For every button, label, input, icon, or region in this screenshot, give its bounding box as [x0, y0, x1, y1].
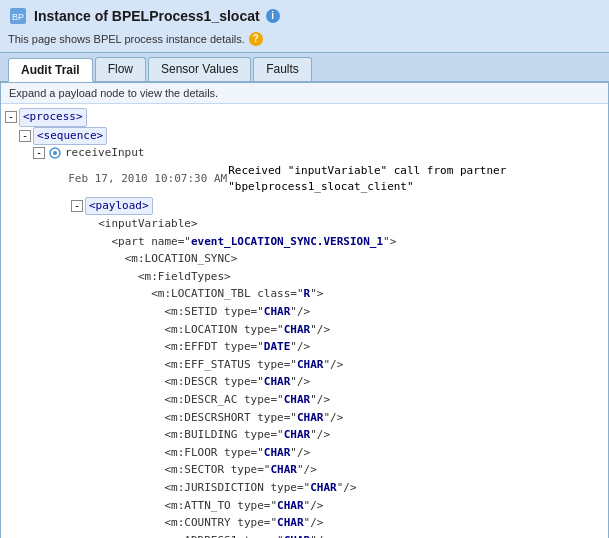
xml-line-3: <m:FieldTypes>: [85, 268, 604, 286]
xml-line-17: <m:COUNTRY type="CHAR"/>: [85, 514, 604, 532]
xml-line-1: <part name="event_LOCATION_SYNC.VERSION_…: [85, 233, 604, 251]
receive-label: receiveInput: [65, 145, 144, 162]
tree-view: - <process> - <sequence> - receiveInput …: [1, 104, 608, 538]
xml-content: <inputVariable> <part name="event_LOCATI…: [5, 215, 604, 538]
sub-header: This page shows BPEL process instance de…: [0, 30, 609, 52]
expand-hint: Expand a payload node to view the detail…: [1, 83, 608, 104]
tree-row-receive: - receiveInput: [5, 145, 604, 162]
xml-line-13: <m:FLOOR type="CHAR"/>: [85, 444, 604, 462]
tree-row-timestamp: Feb 17, 2010 10:07:30 AM Received "input…: [5, 162, 604, 197]
tree-row-sequence: - <sequence>: [5, 127, 604, 146]
receive-icon: [47, 145, 63, 161]
tab-audit-trail[interactable]: Audit Trail: [8, 58, 93, 82]
tab-flow[interactable]: Flow: [95, 57, 146, 81]
payload-toggle[interactable]: -: [71, 200, 83, 212]
sequence-toggle[interactable]: -: [19, 130, 31, 142]
payload-tag: <payload>: [85, 197, 153, 216]
xml-line-6: <m:LOCATION type="CHAR"/>: [85, 321, 604, 339]
xml-line-11: <m:DESCRSHORT type="CHAR"/>: [85, 409, 604, 427]
tree-row-payload: - <payload>: [5, 197, 604, 216]
page-title: Instance of BPELProcess1_slocat: [34, 8, 260, 24]
info-icon[interactable]: i: [266, 9, 280, 23]
xml-line-9: <m:DESCR type="CHAR"/>: [85, 373, 604, 391]
sequence-tag: <sequence>: [33, 127, 107, 146]
xml-line-10: <m:DESCR_AC type="CHAR"/>: [85, 391, 604, 409]
process-tag: <process>: [19, 108, 87, 127]
event-timestamp: Feb 17, 2010 10:07:30 AM: [68, 171, 228, 188]
tab-sensor-values[interactable]: Sensor Values: [148, 57, 251, 81]
xml-line-5: <m:SETID type="CHAR"/>: [85, 303, 604, 321]
receive-toggle[interactable]: -: [33, 147, 45, 159]
event-description: Received "inputVariable" call from partn…: [228, 163, 604, 196]
svg-text:BP: BP: [12, 12, 24, 22]
tree-row-process: - <process>: [5, 108, 604, 127]
xml-line-7: <m:EFFDT type="DATE"/>: [85, 338, 604, 356]
content-area: Expand a payload node to view the detail…: [0, 82, 609, 538]
xml-line-12: <m:BUILDING type="CHAR"/>: [85, 426, 604, 444]
xml-line-18: <m:ADDRESS1 type="CHAR"/>: [85, 532, 604, 538]
svg-point-3: [53, 151, 57, 155]
xml-line-0: <inputVariable>: [85, 215, 604, 233]
xml-line-14: <m:SECTOR type="CHAR"/>: [85, 461, 604, 479]
xml-line-2: <m:LOCATION_SYNC>: [85, 250, 604, 268]
xml-line-15: <m:JURISDICTION type="CHAR"/>: [85, 479, 604, 497]
tab-bar: Audit Trail Flow Sensor Values Faults: [0, 52, 609, 82]
subtitle-text: This page shows BPEL process instance de…: [8, 33, 245, 45]
process-toggle[interactable]: -: [5, 111, 17, 123]
xml-line-8: <m:EFF_STATUS type="CHAR"/>: [85, 356, 604, 374]
tab-faults[interactable]: Faults: [253, 57, 312, 81]
bpel-process-icon: BP: [8, 6, 28, 26]
xml-line-4: <m:LOCATION_TBL class="R">: [85, 285, 604, 303]
xml-line-16: <m:ATTN_TO type="CHAR"/>: [85, 497, 604, 515]
page-header: BP Instance of BPELProcess1_slocat i: [0, 0, 609, 30]
help-icon[interactable]: ?: [249, 32, 263, 46]
